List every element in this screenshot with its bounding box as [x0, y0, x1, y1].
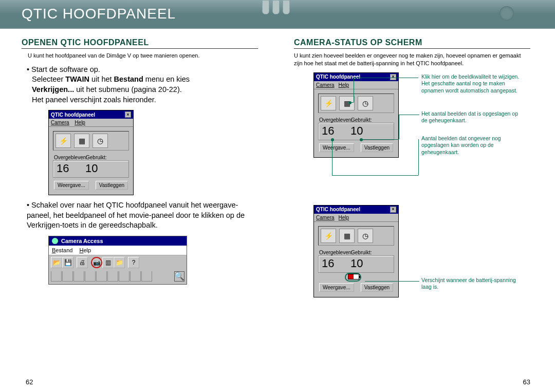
close-icon[interactable]: ×: [390, 207, 396, 213]
callout-dot: [360, 138, 363, 141]
bestand-label: Bestand: [114, 75, 143, 83]
flash-icon[interactable]: ⚡: [321, 229, 336, 243]
camera-access-menubar[interactable]: Bestand Help: [49, 246, 187, 255]
callout-line: [362, 139, 399, 140]
qtic-title: QTIC hoofdpaneel: [316, 207, 360, 212]
tab-slot[interactable]: [62, 271, 73, 282]
qtic-panel-screenshot-1: QTIC hoofdpaneel × Camera Help ⚡ ▦ ◷ Ove…: [48, 110, 258, 195]
top-header: QTIC HOOFDPANEEL: [0, 0, 555, 29]
qtic-titlebar: QTIC hoofdpaneel ×: [49, 110, 133, 119]
twain-label: TWAIN: [65, 75, 89, 83]
menu-help[interactable]: Help: [75, 120, 85, 125]
camera-access-title: Camera Access: [61, 238, 103, 244]
callout-line: [399, 115, 419, 115]
value-overgebleven: 16: [322, 257, 350, 270]
weergave-button[interactable]: Weergave...: [319, 143, 354, 152]
zoom-icon[interactable]: 🔍: [174, 271, 184, 282]
value-overgebleven: 16: [322, 124, 350, 138]
value-gebruikt: 10: [350, 124, 363, 138]
menu-camera[interactable]: Camera: [51, 120, 69, 125]
value-gebruikt: 10: [85, 162, 98, 175]
line-select-twain: Selecteer TWAIN uit het Bestand menu en …: [27, 74, 258, 85]
battery-low-icon: [345, 273, 361, 282]
callout-dot: [331, 138, 334, 141]
left-body-2: • Schakel over naar het QTIC hoofdpaneel…: [22, 200, 258, 231]
bullet-start-software: • Start de software op.: [27, 65, 258, 75]
open-icon[interactable]: 📂: [51, 257, 62, 268]
vastleggen-button[interactable]: Vastleggen: [96, 181, 128, 190]
menu-camera[interactable]: Camera: [316, 82, 335, 88]
tab-slot[interactable]: [73, 271, 84, 282]
help-icon[interactable]: ?: [128, 257, 139, 268]
line-verkrijgen: Verkrijgen... uit het submenu (pagina 20…: [27, 85, 258, 95]
header-circle-decor: [499, 6, 514, 21]
quality-icon[interactable]: ▦: [339, 229, 355, 243]
vastleggen-button[interactable]: Vastleggen: [361, 143, 393, 152]
label-overgebleven: Overgebleven:: [319, 250, 351, 255]
label-gebruikt: Gebruikt:: [351, 117, 372, 123]
camera-access-screenshot: Camera Access Bestand Help 📂 💾 🖨 📷 ▥ 📁 ?: [48, 236, 187, 285]
menu-bestand[interactable]: Bestand: [52, 247, 72, 253]
page-number-left: 62: [26, 378, 33, 386]
tab-slot[interactable]: [119, 271, 130, 282]
right-section-title: CAMERA-STATUS OP SCHERM: [294, 38, 530, 49]
tab-slot[interactable]: [85, 271, 96, 282]
tab-slot[interactable]: [51, 271, 62, 282]
tab-slot[interactable]: [96, 271, 107, 282]
label-gebruikt: Gebruikt:: [351, 250, 372, 255]
album-icon[interactable]: ▥: [102, 257, 114, 268]
annotation-battery: Verschijnt wanneer de batterij-spanning …: [421, 277, 524, 291]
quality-icon[interactable]: ▦: [339, 96, 355, 110]
menu-help[interactable]: Help: [339, 215, 349, 220]
callout-line: [354, 78, 354, 102]
left-column: OPENEN QTIC HOOFDPANEEL U kunt het hoofd…: [22, 38, 258, 327]
left-section-title: OPENEN QTIC HOOFDPANEEL: [22, 38, 258, 49]
left-body-1: • Start de software op. Selecteer TWAIN …: [22, 65, 258, 105]
label-overgebleven: Overgebleven:: [54, 155, 86, 160]
weergave-button[interactable]: Weergave...: [319, 283, 354, 292]
camera-access-tabs: 🔍: [49, 270, 187, 284]
callout-line: [332, 175, 418, 176]
line-panel-appears: Het paneel verschijnt zoals hieronder.: [27, 95, 258, 105]
callout-line: [354, 78, 418, 78]
annotation-stored: Het aantal beelden dat is opgeslagen op …: [421, 110, 524, 124]
verkrijgen-label: Verkrijgen...: [32, 85, 74, 94]
value-overgebleven: 16: [57, 162, 85, 175]
menu-help[interactable]: Help: [339, 82, 349, 88]
save-icon[interactable]: 💾: [62, 257, 73, 268]
left-intro: U kunt het hoofdpaneel van de Dimâge V o…: [22, 52, 258, 60]
qtic-icon-row: ⚡ ▦ ◷: [53, 131, 129, 151]
weergave-button[interactable]: Weergave...: [54, 181, 89, 190]
flash-icon[interactable]: ⚡: [55, 134, 71, 148]
vastleggen-button[interactable]: Vastleggen: [361, 283, 393, 292]
timer-icon[interactable]: ◷: [92, 134, 108, 148]
camera-access-toolbar: 📂 💾 🖨 📷 ▥ 📁 ?: [49, 255, 187, 270]
annotated-panel-1: QTIC hoofdpaneel× CameraHelp ⚡ ▦ ◷ Overg…: [313, 72, 530, 191]
menu-help-camacc[interactable]: Help: [79, 247, 91, 253]
label-overgebleven: Overgebleven:: [319, 117, 351, 123]
close-icon[interactable]: ×: [390, 74, 396, 80]
acquire-icon[interactable]: 📷: [91, 257, 102, 268]
callout-dot: [348, 101, 351, 104]
tab-slot[interactable]: [107, 271, 118, 282]
tab-slot[interactable]: [141, 271, 152, 282]
callout-line: [399, 115, 399, 139]
timer-icon[interactable]: ◷: [358, 96, 373, 110]
callout-line: [332, 139, 332, 175]
annotated-panel-2: QTIC hoofdpaneel× CameraHelp ⚡ ▦ ◷ Overg…: [313, 205, 530, 313]
right-column: CAMERA-STATUS OP SCHERM U kunt zien hoev…: [294, 38, 530, 327]
tab-slot[interactable]: [130, 271, 141, 282]
timer-icon[interactable]: ◷: [358, 229, 373, 243]
callout-line: [365, 281, 419, 282]
folder-icon[interactable]: 📁: [114, 257, 125, 268]
page-number-right: 63: [523, 378, 530, 386]
print-icon[interactable]: 🖨: [77, 257, 88, 268]
flash-icon[interactable]: ⚡: [321, 96, 336, 110]
label-gebruikt: Gebruikt:: [86, 155, 107, 160]
qtic-menubar[interactable]: Camera Help: [49, 119, 133, 127]
close-icon[interactable]: ×: [125, 111, 131, 118]
annotation-quality: Klik hier om de beeldkwaliteit te wijzig…: [421, 73, 524, 95]
menu-camera[interactable]: Camera: [316, 215, 335, 220]
header-tabs-decor: [262, 0, 290, 14]
quality-icon[interactable]: ▦: [74, 134, 89, 148]
